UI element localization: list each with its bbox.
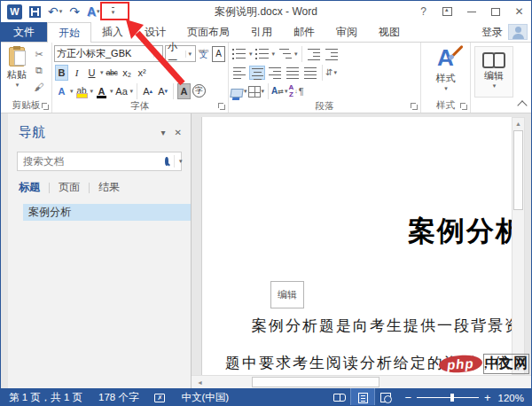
character-shading-button[interactable]: A [177,83,191,99]
sort-button[interactable]: AZ [288,84,293,97]
shading-dd-icon[interactable]: ▾ [244,88,247,95]
scroll-left-icon[interactable]: ◄ [194,377,206,387]
styles-button[interactable]: A 样式 ▾ [423,44,468,99]
copy-button[interactable]: ⧉ [32,64,46,77]
ribbon-display-options-button[interactable] [435,1,459,22]
close-button[interactable]: ✕ [507,1,531,22]
sign-in-link[interactable]: 登录 [481,25,503,40]
nav-pane-close-icon[interactable]: ✕ [175,128,182,137]
word-count[interactable]: 178 个字 [90,388,146,406]
nav-tab-headings[interactable]: 标题 [19,180,49,195]
minimize-button[interactable] [459,1,483,22]
zoom-out-button[interactable]: − [404,392,411,403]
numbering-button[interactable] [254,47,270,61]
show-hide-marks-button[interactable]: ¶ [299,86,304,97]
collapse-ribbon-button[interactable] [517,100,527,110]
maximize-button[interactable] [483,1,507,22]
strikethrough-button[interactable]: abc [106,65,119,81]
paste-button[interactable]: 粘贴 ▾ [3,44,31,99]
highlight-dd-icon[interactable]: ▾ [90,88,94,95]
shrink-font-button[interactable]: A [156,83,169,99]
vertical-scroll-thumb[interactable] [513,130,523,210]
tab-view[interactable]: 视图 [368,22,411,42]
read-mode-button[interactable] [328,388,351,406]
tab-insert[interactable]: 插入 [91,22,134,42]
bullets-dd-icon[interactable]: ▾ [249,51,253,58]
multilevel-dd-icon[interactable]: ▾ [294,51,298,58]
text-effects-dd-icon[interactable]: ▾ [70,88,74,95]
character-border-button[interactable]: A [212,46,225,62]
web-layout-button[interactable] [374,388,397,406]
line-spacing-button[interactable]: ⇵ [325,67,332,77]
document-page[interactable]: 案例分析 编辑 案例分析题是向考生提供一段背景资 题中要求考生阅读分析给定的资料… [201,117,513,388]
editing-dropdown-icon[interactable]: ▾ [493,82,497,90]
search-dropdown-icon[interactable]: ▾ [174,155,187,168]
nav-heading-item[interactable]: 案例分析 [23,204,191,221]
tab-mailings[interactable]: 邮件 [283,22,325,42]
shading-button[interactable] [230,89,243,98]
document-heading[interactable]: 案例分析 [408,213,513,250]
tab-home[interactable]: 开始 [47,22,91,43]
page-indicator[interactable]: 第 1 页，共 1 页 [1,388,90,406]
superscript-button[interactable]: x² [136,65,149,81]
change-case-dd-icon[interactable]: ▾ [130,88,134,95]
content-control-edit[interactable]: 编辑 [270,281,304,308]
document-body-line[interactable]: 案例分析题是向考生提供一段背景资 [252,316,513,336]
paragraph-dialog-launcher[interactable] [410,102,418,110]
nav-tab-pages[interactable]: 页面 [50,180,89,195]
grow-font-button[interactable]: A [141,83,154,99]
search-icon[interactable] [165,157,168,166]
styles-dialog-launcher[interactable] [459,102,467,110]
tab-references[interactable]: 引用 [240,22,283,42]
increase-indent-button[interactable] [324,47,340,61]
align-center-button[interactable] [249,66,265,80]
horizontal-scrollbar[interactable]: ◄ [192,375,531,388]
decrease-indent-button[interactable] [306,47,322,61]
undo-dropdown-icon[interactable]: ▾ [59,8,63,15]
align-right-button[interactable] [267,66,283,80]
asian-layout-button[interactable]: A [271,86,284,96]
word-logo-icon[interactable]: W [4,3,25,20]
nav-search-box[interactable]: ▾ [17,152,182,171]
font-dialog-launcher[interactable] [217,102,225,110]
search-input[interactable] [18,156,165,167]
align-left-button[interactable] [231,66,247,80]
save-button[interactable] [27,3,43,20]
undo-button[interactable]: ↶▾ [45,3,65,20]
underline-button[interactable]: U [85,65,98,81]
borders-dd-icon[interactable]: ▾ [262,88,265,95]
bullets-button[interactable] [231,47,247,61]
help-button[interactable]: ? [411,1,435,22]
styles-dropdown-icon[interactable]: ▾ [444,85,448,92]
tab-page-layout[interactable]: 页面布局 [176,22,240,42]
text-effects-button[interactable]: A [55,83,68,99]
font-color-button[interactable]: A [95,83,108,99]
distribute-button[interactable] [302,66,318,80]
cut-button[interactable]: ✂ [32,48,46,61]
qat-text-effects-button[interactable]: A ▾ [84,3,103,20]
numbering-dd-icon[interactable]: ▾ [272,51,276,58]
phonetic-guide-button[interactable]: wén 文 [197,46,210,62]
font-size-combobox[interactable]: 小一 ▾ [165,45,196,62]
multilevel-list-button[interactable] [277,47,293,61]
subscript-button[interactable]: x₂ [121,65,134,81]
zoom-in-button[interactable]: + [484,392,491,403]
font-name-combobox[interactable]: 方正小标宋_GBK ▾ [54,45,163,62]
italic-button[interactable]: I [70,65,83,81]
underline-dropdown-icon[interactable]: ▾ [100,69,104,76]
customize-qat-button[interactable]: ▾ [112,7,115,16]
highlight-color-button[interactable]: ab [75,83,89,99]
zoom-slider-thumb[interactable] [450,394,454,402]
format-painter-button[interactable]: 🖌 [32,80,46,93]
font-name-dropdown-icon[interactable]: ▾ [153,51,161,58]
zoom-level[interactable]: 120% [498,393,531,403]
text-effects-dropdown-icon[interactable]: ▾ [97,8,100,15]
tab-review[interactable]: 审阅 [325,22,368,42]
zoom-slider[interactable] [417,397,479,398]
clipboard-dialog-launcher[interactable] [41,102,49,110]
enclose-characters-button[interactable]: 字 [192,84,206,98]
borders-button[interactable] [248,86,261,98]
nav-tab-results[interactable]: 结果 [90,180,129,195]
line-spacing-dd-icon[interactable]: ▾ [333,69,337,76]
change-case-button[interactable]: Aa [115,83,129,99]
